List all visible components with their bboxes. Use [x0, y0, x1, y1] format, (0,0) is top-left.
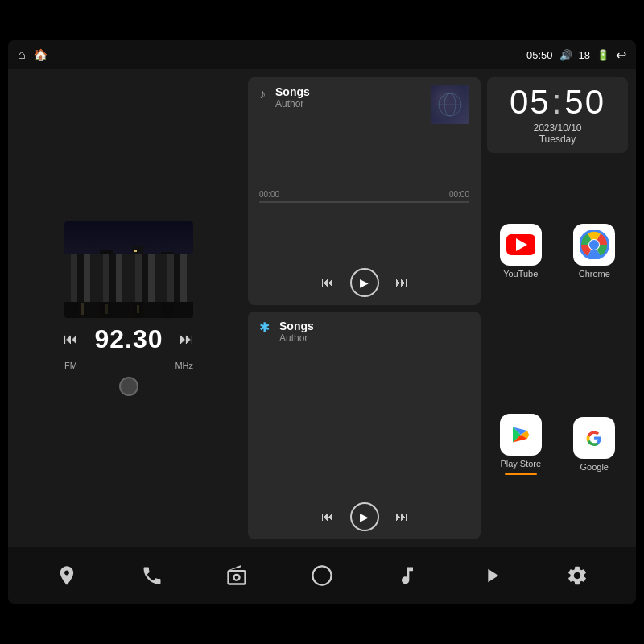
svg-rect-19 [139, 256, 142, 258]
playstore-app-icon [500, 414, 542, 456]
playstore-active-indicator [505, 473, 537, 475]
device-frame: ⌂ 🏠 05:50 🔊 18 🔋 ↩ [8, 40, 636, 604]
fm-next-button[interactable]: ⏭ [180, 331, 194, 348]
radio-nav-icon [225, 564, 248, 587]
nav-home-button[interactable] [302, 555, 342, 596]
svg-point-36 [589, 240, 599, 250]
progress-bar-container-1: 00:00 00:00 [259, 190, 469, 203]
status-bar-left: ⌂ 🏠 [18, 47, 47, 62]
city-background [64, 221, 193, 318]
svg-rect-18 [134, 250, 137, 252]
play-pause-button-2[interactable]: ▶ [350, 502, 379, 531]
svg-point-39 [312, 566, 331, 584]
music-player-1: ♪ Songs Author [248, 77, 481, 305]
svg-rect-17 [122, 271, 125, 274]
phone-nav-icon [141, 564, 163, 587]
video-nav-icon [481, 564, 503, 587]
nav-settings-button[interactable] [557, 555, 597, 596]
play-pause-button-1[interactable]: ▶ [350, 268, 379, 297]
playstore-logo-svg [506, 420, 535, 449]
nav-video-button[interactable] [472, 555, 512, 596]
center-panel: ♪ Songs Author [248, 77, 481, 539]
svg-rect-13 [89, 268, 91, 270]
svg-rect-27 [105, 304, 108, 314]
status-time: 05:50 [526, 49, 553, 61]
back-icon[interactable]: ↩ [616, 47, 626, 63]
fm-band-label: FM [64, 361, 77, 370]
svg-rect-15 [107, 260, 109, 262]
music-meta-1: Songs Author [275, 85, 421, 109]
music-thumbnail-1 [431, 85, 469, 124]
home-nav-icon [311, 564, 333, 587]
music-author-2: Author [279, 332, 469, 344]
next-track-button-2[interactable]: ⏭ [395, 510, 408, 524]
app-youtube[interactable]: YouTube [487, 159, 555, 343]
clock-card: 05 : 50 2023/10/10 Tuesday [487, 77, 628, 153]
google-logo-svg [580, 423, 609, 452]
app-chrome[interactable]: Chrome [561, 159, 629, 343]
fm-frequency-value: 92.30 [94, 324, 163, 354]
music-nav-icon [396, 564, 419, 587]
volume-level: 18 [579, 49, 590, 61]
fm-controls: ⏮ 92.30 ⏭ [16, 324, 242, 354]
music-author-1: Author [275, 98, 421, 109]
svg-rect-16 [117, 266, 119, 268]
music-controls-2: ⏮ ▶ ⏭ [259, 502, 469, 531]
clock-minutes: 50 [564, 85, 605, 119]
svg-rect-12 [84, 262, 86, 264]
svg-rect-20 [147, 260, 150, 262]
main-content: ⏮ 92.30 ⏭ FM MHz ♪ Songs Author [8, 69, 636, 547]
chrome-logo-svg [580, 230, 609, 259]
svg-rect-10 [71, 270, 73, 272]
google-label: Google [580, 462, 609, 472]
svg-rect-14 [102, 254, 105, 256]
svg-rect-21 [153, 266, 155, 269]
svg-rect-11 [67, 276, 69, 279]
nav-radio-button[interactable] [217, 555, 257, 596]
nav-music-button[interactable] [387, 555, 427, 596]
home-status-icon[interactable]: ⌂ [18, 47, 26, 62]
progress-bar-1[interactable] [259, 201, 469, 203]
app-playstore[interactable]: Play Store [487, 349, 555, 539]
music-player-2: ✱ Songs Author ⏮ ▶ ⏭ [248, 312, 481, 539]
house-icon[interactable]: 🏠 [34, 48, 47, 61]
youtube-logo [506, 234, 535, 255]
music-controls-1: ⏮ ▶ ⏭ [259, 268, 469, 297]
nav-phone-button[interactable] [132, 555, 172, 596]
fm-album-art [64, 221, 193, 318]
nav-maps-button[interactable] [47, 555, 87, 596]
chrome-app-icon [573, 224, 615, 266]
settings-nav-icon [566, 564, 588, 587]
svg-rect-29 [431, 85, 469, 124]
svg-rect-22 [163, 257, 166, 259]
next-track-button-1[interactable]: ⏭ [395, 275, 408, 290]
city-svg [64, 221, 193, 318]
svg-point-31 [444, 93, 456, 116]
status-bar-right: 05:50 🔊 18 🔋 ↩ [526, 47, 626, 63]
prev-track-button-1[interactable]: ⏮ [321, 275, 334, 290]
right-panel: 05 : 50 2023/10/10 Tuesday YouTube [487, 77, 628, 539]
prev-track-button-2[interactable]: ⏮ [321, 510, 334, 524]
status-bar: ⌂ 🏠 05:50 🔊 18 🔋 ↩ [8, 40, 636, 69]
battery-icon: 🔋 [597, 49, 609, 61]
music-meta-2: Songs Author [279, 320, 469, 344]
bluetooth-icon: ✱ [259, 320, 270, 335]
youtube-play-triangle [516, 238, 527, 251]
music-card-2-header: ✱ Songs Author [259, 320, 469, 344]
maps-nav-icon [56, 564, 78, 587]
clock-hours: 05 [510, 85, 551, 119]
fm-prev-button[interactable]: ⏮ [64, 331, 78, 348]
app-google[interactable]: Google [561, 349, 629, 539]
music-title-2: Songs [279, 320, 469, 332]
progress-time-row-1: 00:00 00:00 [259, 190, 469, 199]
fm-label-row: FM MHz [64, 361, 193, 370]
clock-separator: : [552, 85, 564, 119]
svg-rect-23 [168, 263, 171, 266]
fm-tuner-knob[interactable] [119, 377, 138, 396]
clock-date: 2023/10/10 [498, 122, 617, 134]
svg-rect-24 [178, 268, 180, 270]
thumb-svg-1 [431, 85, 469, 124]
volume-icon: 🔊 [559, 49, 572, 61]
music-note-icon-1: ♪ [259, 87, 266, 101]
fm-frequency-display: 92.30 [94, 324, 163, 354]
